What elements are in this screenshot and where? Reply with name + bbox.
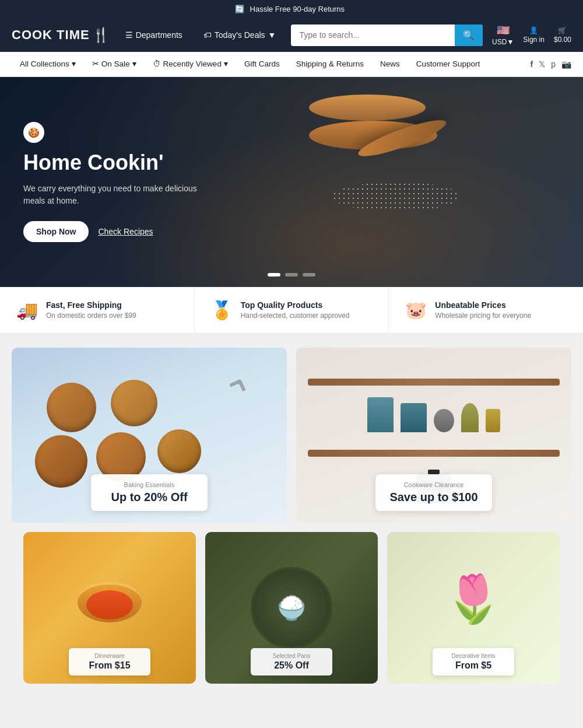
hero-image <box>280 77 513 287</box>
vase <box>486 409 500 432</box>
social-links: f 𝕏 p 📷 <box>531 60 571 69</box>
recently-viewed-chevron: ▾ <box>224 59 228 68</box>
news-label: News <box>380 60 400 68</box>
hero-section: 🍪 Home Cookin' We carry everything you n… <box>0 77 583 287</box>
flag-icon: 🇺🇸 <box>497 24 510 37</box>
currency-label: USD▼ <box>492 38 514 46</box>
soup-bowl <box>78 582 142 622</box>
tulip-visual: 🌷 <box>444 572 503 626</box>
decorative-label: Decorative Items From $5 <box>433 648 514 676</box>
nav-gift-cards[interactable]: Gift Cards <box>236 52 288 76</box>
cookie-5 <box>157 429 201 473</box>
departments-button[interactable]: ☰ Departments <box>120 27 188 43</box>
hero-content: 🍪 Home Cookin' We carry everything you n… <box>0 99 233 265</box>
shop-now-button[interactable]: Shop Now <box>23 221 89 242</box>
feature-prices: 🐷 Unbeatable Prices Wholesale pricing fo… <box>389 287 583 333</box>
deals-icon: 🏷 <box>203 30 212 40</box>
user-icon: 👤 <box>529 26 538 34</box>
check-recipes-button[interactable]: Check Recipes <box>98 227 153 236</box>
pinterest-icon[interactable]: p <box>551 60 556 69</box>
deals-chevron: ▼ <box>268 30 276 40</box>
prices-icon: 🐷 <box>405 300 427 320</box>
selectedpans-offer: 25% Off <box>260 660 323 671</box>
nav-news[interactable]: News <box>372 52 408 76</box>
feature-quality-subtitle: Hand-selected, customer approved <box>241 312 350 320</box>
recently-viewed-icon: ⏱ <box>153 60 161 68</box>
signin-button[interactable]: 👤 Sign in <box>523 26 545 44</box>
instagram-icon[interactable]: 📷 <box>561 60 571 69</box>
search-input[interactable] <box>291 25 455 45</box>
bowl <box>434 409 454 432</box>
shelf-top <box>308 379 560 386</box>
header-actions: 🇺🇸 USD▼ 👤 Sign in 🛒 $0.00 <box>492 24 571 46</box>
on-sale-chevron: ▾ <box>132 59 136 68</box>
decorative-offer: From $5 <box>442 660 505 671</box>
bottom-cards: Dinnerware From $15 🍚 Selected Pans 25% … <box>12 532 571 698</box>
cart-total: $0.00 <box>554 36 571 44</box>
search-button[interactable]: 🔍 <box>455 24 483 46</box>
hero-dot-2[interactable] <box>285 273 298 276</box>
selected-pans-card[interactable]: 🍚 Selected Pans 25% Off <box>205 532 378 684</box>
feature-prices-subtitle: Wholesale pricing for everyone <box>435 312 531 320</box>
signin-label: Sign in <box>523 36 545 44</box>
cookie-2 <box>111 380 157 426</box>
twitter-icon[interactable]: 𝕏 <box>539 60 545 69</box>
cookware-clearance-card[interactable]: Cookware Clearance Save up to $100 <box>296 348 571 523</box>
facebook-icon[interactable]: f <box>531 60 533 69</box>
departments-label: Departments <box>136 30 182 40</box>
cookware-category: Cookware Clearance <box>388 481 479 488</box>
nav-customer-support[interactable]: Customer Support <box>408 52 489 76</box>
return-icon: 🔄 <box>235 5 244 13</box>
baking-offer: Up to 20% Off <box>104 491 195 504</box>
baking-essentials-card[interactable]: ⌃ Baking Essentials Up to 20% Off <box>12 348 287 523</box>
feature-prices-text: Unbeatable Prices Wholesale pricing for … <box>435 300 531 320</box>
cart-button[interactable]: 🛒 $0.00 <box>554 26 571 44</box>
whisk-visual: ⌃ <box>210 366 259 423</box>
pancake-stack <box>309 94 484 270</box>
cookware-offer: Save up to $100 <box>388 491 479 504</box>
header: COOK TIME 🍴 ☰ Departments 🏷 Today's Deal… <box>0 18 583 52</box>
deals-label: Today's Deals <box>215 30 265 40</box>
feature-prices-title: Unbeatable Prices <box>435 300 531 310</box>
hero-cookie-icon: 🍪 <box>23 122 44 143</box>
feature-shipping-subtitle: On domestic orders over $99 <box>46 312 136 320</box>
decorative-category: Decorative Items <box>442 653 505 659</box>
feature-shipping-text: Fast, Free Shipping On domestic orders o… <box>46 300 136 320</box>
gift-cards-label: Gift Cards <box>244 60 280 68</box>
pot-lid <box>428 470 440 474</box>
hero-dot-3[interactable] <box>303 273 315 276</box>
recently-viewed-label: Recently Viewed <box>163 60 222 68</box>
hero-title: Home Cookin' <box>23 151 210 174</box>
currency-selector[interactable]: 🇺🇸 USD▼ <box>492 24 514 46</box>
jar-1 <box>367 397 394 432</box>
jar-2 <box>401 403 427 432</box>
nav-all-collections[interactable]: All Collections ▾ <box>12 52 84 76</box>
promo-section: ⌃ Baking Essentials Up to 20% Off <box>0 334 583 712</box>
dinnerware-category: Dinnerware <box>78 653 141 659</box>
nav-on-sale[interactable]: ✂ On Sale ▾ <box>84 52 145 76</box>
plant <box>461 403 479 432</box>
features-section: 🚚 Fast, Free Shipping On domestic orders… <box>0 287 583 334</box>
fork-icon: 🍴 <box>92 27 110 43</box>
decorative-items-card[interactable]: 🌷 Decorative Items From $5 <box>387 532 560 684</box>
nav: All Collections ▾ ✂ On Sale ▾ ⏱ Recently… <box>0 52 583 77</box>
all-collections-label: All Collections <box>20 60 69 68</box>
cookie-1 <box>47 383 96 432</box>
logo[interactable]: COOK TIME 🍴 <box>12 27 110 43</box>
cart-icon: 🛒 <box>558 26 567 34</box>
pancake-sugar <box>332 182 461 211</box>
dinnerware-offer: From $15 <box>78 660 141 671</box>
cookware-label: Cookware Clearance Save up to $100 <box>375 474 492 511</box>
baking-category: Baking Essentials <box>104 481 195 488</box>
shipping-icon: 🚚 <box>16 300 38 320</box>
nav-shipping[interactable]: Shipping & Returns <box>288 52 372 76</box>
departments-icon: ☰ <box>125 30 133 40</box>
shelf-items-top <box>367 397 500 432</box>
todays-deals-button[interactable]: 🏷 Today's Deals ▼ <box>198 27 282 43</box>
feature-quality-title: Top Quality Products <box>241 300 350 310</box>
nav-recently-viewed[interactable]: ⏱ Recently Viewed ▾ <box>145 52 236 76</box>
logo-text: COOK TIME <box>12 27 90 43</box>
hero-dot-1[interactable] <box>268 273 280 276</box>
dinnerware-card[interactable]: Dinnerware From $15 <box>23 532 196 684</box>
baking-label: Baking Essentials Up to 20% Off <box>91 474 208 511</box>
